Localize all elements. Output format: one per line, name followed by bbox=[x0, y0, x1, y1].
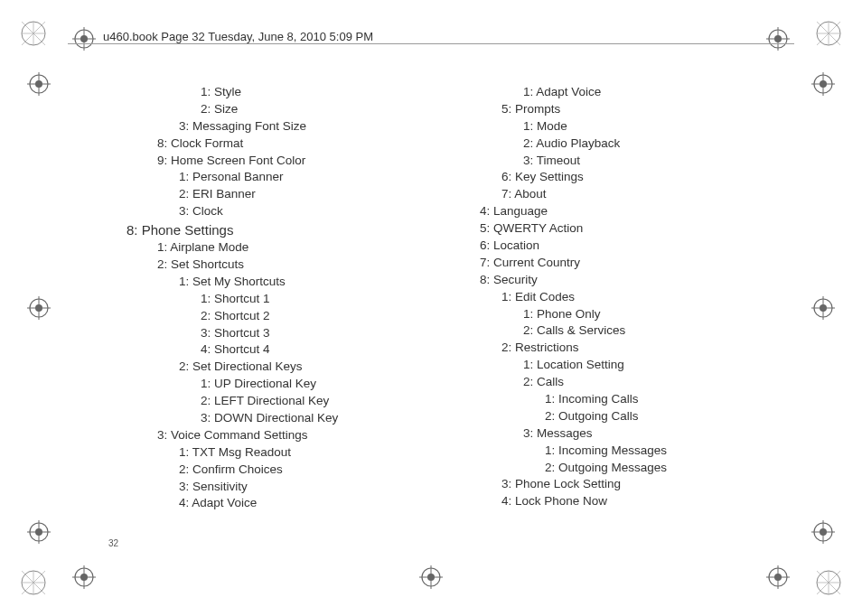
menu-item: 6: Key Settings bbox=[501, 169, 790, 186]
menu-item: 2: Outgoing Calls bbox=[545, 408, 790, 425]
page-header: u460.book Page 32 Tuesday, June 8, 2010 … bbox=[99, 30, 377, 43]
menu-item: 3: Messages bbox=[523, 425, 790, 443]
menu-item: 1: Phone Only bbox=[523, 306, 790, 323]
menu-item: 2: Audio Playback bbox=[523, 135, 790, 153]
menu-item: 2: Calls & Services bbox=[523, 322, 790, 340]
menu-item: 2: Calls bbox=[523, 374, 790, 391]
menu-item: 1: Airplane Mode bbox=[157, 239, 458, 257]
menu-item: 7: About bbox=[501, 186, 790, 203]
registration-mark-icon bbox=[27, 72, 51, 96]
crop-mark-icon bbox=[815, 569, 842, 596]
menu-item: 2: LEFT Directional Key bbox=[201, 393, 458, 410]
menu-item: 4: Lock Phone Now bbox=[501, 493, 790, 510]
menu-item: 4: Shortcut 4 bbox=[201, 341, 458, 359]
menu-item: 2: Shortcut 2 bbox=[201, 308, 458, 325]
menu-item: 3: DOWN Directional Key bbox=[201, 410, 458, 427]
menu-item: 6: Location bbox=[480, 238, 790, 255]
menu-item: 8: Clock Format bbox=[157, 135, 458, 153]
menu-item: 1: Adapt Voice bbox=[523, 84, 790, 101]
menu-item: 1: Shortcut 1 bbox=[201, 291, 458, 308]
menu-item: 2: Outgoing Messages bbox=[545, 460, 790, 477]
registration-mark-icon bbox=[766, 27, 790, 51]
menu-item: 5: Prompts bbox=[501, 101, 790, 118]
registration-mark-icon bbox=[811, 72, 835, 96]
registration-mark-icon bbox=[27, 296, 51, 320]
menu-item: 4: Language bbox=[480, 203, 790, 220]
left-column: 1: Style2: Size3: Messaging Font Size8: … bbox=[108, 84, 458, 512]
menu-item: 2: Restrictions bbox=[501, 340, 790, 357]
menu-item: 1: Incoming Calls bbox=[545, 391, 790, 408]
registration-mark-icon bbox=[72, 565, 96, 589]
menu-item: 3: Timeout bbox=[523, 153, 790, 170]
menu-item: 3: Voice Command Settings bbox=[157, 427, 458, 444]
menu-item: 3: Messaging Font Size bbox=[179, 118, 458, 135]
menu-item: 7: Current Country bbox=[480, 255, 790, 272]
menu-item: 3: Shortcut 3 bbox=[201, 325, 458, 342]
crop-mark-icon bbox=[815, 20, 842, 47]
menu-item: 5: QWERTY Action bbox=[480, 220, 790, 238]
menu-item: 8: Security bbox=[480, 272, 790, 289]
menu-item: 2: Size bbox=[201, 101, 458, 118]
menu-item: 4: Adapt Voice bbox=[179, 495, 458, 512]
registration-mark-icon bbox=[419, 565, 443, 589]
menu-item: 1: Location Setting bbox=[523, 357, 790, 374]
menu-item: 1: Incoming Messages bbox=[545, 443, 790, 460]
menu-item: 1: Set My Shortcuts bbox=[179, 274, 458, 291]
menu-item: 1: Personal Banner bbox=[179, 169, 458, 186]
menu-item: 2: Confirm Choices bbox=[179, 462, 458, 479]
menu-item: 3: Phone Lock Setting bbox=[501, 476, 790, 493]
registration-mark-icon bbox=[766, 565, 790, 589]
menu-item: 2: ERI Banner bbox=[179, 186, 458, 203]
menu-item: 9: Home Screen Font Color bbox=[157, 153, 458, 170]
menu-item: 8: Phone Settings bbox=[126, 220, 458, 239]
crop-mark-icon bbox=[20, 20, 47, 47]
menu-item: 3: Sensitivity bbox=[179, 479, 458, 496]
menu-item: 1: Mode bbox=[523, 118, 790, 135]
menu-item: 1: Style bbox=[201, 84, 458, 101]
content-area: 1: Style2: Size3: Messaging Font Size8: … bbox=[108, 84, 790, 512]
registration-mark-icon bbox=[811, 520, 835, 544]
crop-mark-icon bbox=[20, 569, 47, 596]
registration-mark-icon bbox=[27, 520, 51, 544]
header-divider bbox=[68, 43, 794, 44]
right-column: 1: Adapt Voice5: Prompts1: Mode2: Audio … bbox=[458, 84, 790, 512]
registration-mark-icon bbox=[811, 296, 835, 320]
menu-item: 2: Set Shortcuts bbox=[157, 257, 458, 274]
registration-mark-icon bbox=[72, 27, 96, 51]
menu-item: 3: Clock bbox=[179, 203, 458, 220]
page-number: 32 bbox=[108, 538, 118, 548]
menu-item: 1: UP Directional Key bbox=[201, 376, 458, 393]
menu-item: 1: TXT Msg Readout bbox=[179, 444, 458, 462]
menu-item: 2: Set Directional Keys bbox=[179, 359, 458, 376]
menu-item: 1: Edit Codes bbox=[501, 289, 790, 306]
